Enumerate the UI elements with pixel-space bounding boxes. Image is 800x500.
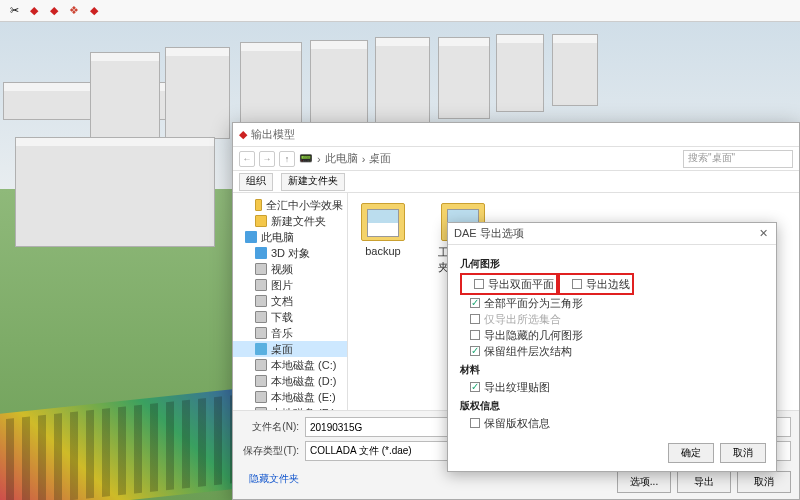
search-input[interactable]: 搜索"桌面" <box>683 150 793 168</box>
tree-item[interactable]: 音乐 <box>233 325 347 341</box>
tree-item[interactable]: 新建文件夹 <box>233 213 347 229</box>
dialog-nav: ← → ↑ 📟 › 此电脑 › 桌面 搜索"桌面" <box>233 147 799 171</box>
option-item[interactable]: 保留版权信息 <box>460 415 764 431</box>
drive-icon <box>255 263 267 275</box>
tree-label: 文档 <box>271 294 293 308</box>
tree-label: 音乐 <box>271 326 293 340</box>
option-item[interactable]: 导出纹理贴图 <box>460 379 764 395</box>
material-header: 材料 <box>460 363 764 377</box>
forward-icon[interactable]: → <box>259 151 275 167</box>
folder-label: backup <box>365 245 400 257</box>
checkbox-icon <box>470 330 480 340</box>
desktop-icon <box>255 343 267 355</box>
tree-label: 新建文件夹 <box>271 214 326 228</box>
drive-icon <box>255 391 267 403</box>
tree-label: 本地磁盘 (E:) <box>271 390 336 404</box>
tree-item[interactable]: 3D 对象 <box>233 245 347 261</box>
option-item[interactable]: 保留组件层次结构 <box>460 343 764 359</box>
tree-label: 图片 <box>271 278 293 292</box>
folder-icon <box>255 215 267 227</box>
option-label: 保留版权信息 <box>484 416 550 430</box>
tool-ruby2-icon[interactable]: ◆ <box>46 3 62 19</box>
drive-icon <box>255 327 267 339</box>
tree-item[interactable]: 视频 <box>233 261 347 277</box>
options-button[interactable]: 选项... <box>617 471 671 493</box>
checkbox-icon <box>572 279 582 289</box>
option-label: 保留组件层次结构 <box>484 344 572 358</box>
cancel-button[interactable]: 取消 <box>737 471 791 493</box>
tree-label: 全汇中小学效果 <box>266 198 343 212</box>
dialog-titlebar: ◆ 输出模型 <box>233 123 799 147</box>
option-item[interactable]: 导出双面平面 <box>464 276 554 292</box>
hide-folders-link[interactable]: 隐藏文件夹 <box>241 472 299 486</box>
tree-item[interactable]: 本地磁盘 (C:) <box>233 357 347 373</box>
tree-label: 3D 对象 <box>271 246 310 260</box>
geom-header: 几何图形 <box>460 257 764 271</box>
tree-label: 下载 <box>271 310 293 324</box>
back-icon[interactable]: ← <box>239 151 255 167</box>
tree-item[interactable]: 全汇中小学效果 <box>233 197 347 213</box>
tool-ruby3-icon[interactable]: ◆ <box>86 3 102 19</box>
checkbox-icon <box>470 346 480 356</box>
breadcrumb[interactable]: 📟 › 此电脑 › 桌面 <box>299 151 679 166</box>
folder-icon <box>361 203 405 241</box>
option-label: 导出双面平面 <box>488 277 554 291</box>
tree-label: 视频 <box>271 262 293 276</box>
tool-scissors-icon[interactable]: ✂ <box>6 3 22 19</box>
tree-item[interactable]: 桌面 <box>233 341 347 357</box>
checkbox-icon <box>474 279 484 289</box>
checkbox-icon <box>470 314 480 324</box>
tree-label: 桌面 <box>271 342 293 356</box>
close-icon[interactable]: ✕ <box>756 227 770 241</box>
option-item[interactable]: 导出隐藏的几何图形 <box>460 327 764 343</box>
export-button[interactable]: 导出 <box>677 471 731 493</box>
option-label: 全部平面分为三角形 <box>484 296 583 310</box>
app-icon: ◆ <box>239 128 247 141</box>
organize-button[interactable]: 组织 <box>239 173 273 191</box>
blue-icon <box>245 231 257 243</box>
dae-options-dialog: DAE 导出选项 ✕ 几何图形导出双面平面导出边线全部平面分为三角形仅导出所选集… <box>447 222 777 472</box>
tree-item[interactable]: 文档 <box>233 293 347 309</box>
drive-icon <box>255 295 267 307</box>
tree-item[interactable]: 本地磁盘 (E:) <box>233 389 347 405</box>
drive-icon <box>255 359 267 371</box>
drive-icon <box>255 311 267 323</box>
drive-icon <box>255 375 267 387</box>
checkbox-icon <box>470 418 480 428</box>
tree-item[interactable]: 本地磁盘 (D:) <box>233 373 347 389</box>
folder-icon <box>255 199 262 211</box>
tree-label: 此电脑 <box>261 230 294 244</box>
checkbox-icon <box>470 298 480 308</box>
tree-item[interactable]: 图片 <box>233 277 347 293</box>
tree-item[interactable]: 下载 <box>233 309 347 325</box>
filename-label: 文件名(N): <box>241 420 299 434</box>
tree-item[interactable]: 此电脑 <box>233 229 347 245</box>
copyright-header: 版权信息 <box>460 399 764 413</box>
options-title: DAE 导出选项 <box>454 226 524 241</box>
option-label: 仅导出所选集合 <box>484 312 561 326</box>
foreground-model <box>0 386 260 500</box>
new-folder-button[interactable]: 新建文件夹 <box>281 173 345 191</box>
blue-icon <box>255 247 267 259</box>
tool-pack-icon[interactable]: ❖ <box>66 3 82 19</box>
option-label: 导出纹理贴图 <box>484 380 550 394</box>
option-label: 导出隐藏的几何图形 <box>484 328 583 342</box>
tree-label: 本地磁盘 (C:) <box>271 358 336 372</box>
tree-label: 本地磁盘 (D:) <box>271 374 336 388</box>
options-cancel-button[interactable]: 取消 <box>720 443 766 463</box>
drive-icon <box>255 279 267 291</box>
option-item: 仅导出所选集合 <box>460 311 764 327</box>
up-icon[interactable]: ↑ <box>279 151 295 167</box>
options-ok-button[interactable]: 确定 <box>668 443 714 463</box>
filetype-label: 保存类型(T): <box>241 444 299 458</box>
option-item[interactable]: 导出边线 <box>562 276 630 292</box>
dialog-title: 输出模型 <box>251 127 295 142</box>
dialog-toolbar: 组织 新建文件夹 <box>233 171 799 193</box>
tool-ruby1-icon[interactable]: ◆ <box>26 3 42 19</box>
checkbox-icon <box>470 382 480 392</box>
option-label: 导出边线 <box>586 277 630 291</box>
folder-item[interactable]: backup <box>358 203 408 257</box>
folder-tree[interactable]: 全汇中小学效果新建文件夹此电脑3D 对象视频图片文档下载音乐桌面本地磁盘 (C:… <box>233 193 348 410</box>
main-toolbar: ✂ ◆ ◆ ❖ ◆ <box>0 0 800 22</box>
option-item[interactable]: 全部平面分为三角形 <box>460 295 764 311</box>
